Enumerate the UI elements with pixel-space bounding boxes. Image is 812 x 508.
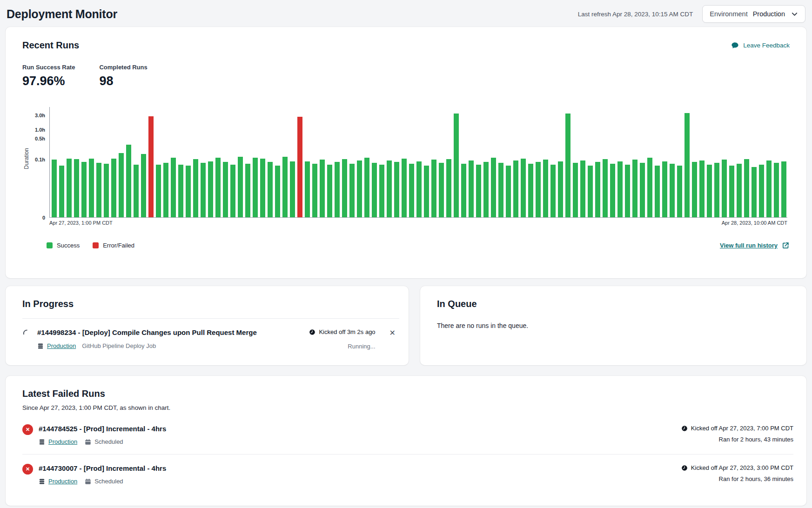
production-link[interactable]: Production	[48, 478, 77, 485]
run-bar[interactable]	[260, 159, 265, 217]
run-bar[interactable]	[528, 164, 533, 217]
run-bar[interactable]	[670, 164, 675, 217]
run-bar[interactable]	[409, 164, 414, 217]
run-bar[interactable]	[312, 164, 317, 217]
view-full-run-history-link[interactable]: View full run history	[720, 241, 790, 249]
run-bar[interactable]	[744, 159, 749, 217]
run-bar[interactable]	[550, 165, 556, 217]
run-bar[interactable]	[498, 163, 503, 217]
run-bar[interactable]	[714, 163, 719, 217]
run-bar[interactable]	[424, 166, 429, 217]
run-bar[interactable]	[610, 164, 615, 217]
run-bar[interactable]	[290, 161, 295, 218]
run-bar[interactable]	[677, 166, 682, 217]
run-bar[interactable]	[178, 165, 183, 217]
run-bar[interactable]	[59, 166, 64, 217]
run-bar[interactable]	[684, 113, 690, 217]
run-bar[interactable]	[320, 160, 325, 217]
run-bar[interactable]	[536, 162, 541, 217]
run-bar[interactable]	[74, 159, 79, 217]
run-bar[interactable]	[268, 162, 273, 217]
run-bar[interactable]	[476, 165, 481, 217]
run-bar[interactable]	[573, 163, 578, 217]
run-bar[interactable]	[335, 162, 340, 217]
run-bar[interactable]	[126, 145, 131, 217]
close-icon[interactable]: ✕	[389, 328, 396, 337]
run-bar[interactable]	[163, 163, 168, 217]
run-bar[interactable]	[722, 160, 727, 217]
run-bar[interactable]	[96, 163, 101, 217]
run-bar[interactable]	[238, 157, 243, 217]
run-bar[interactable]	[282, 157, 288, 217]
run-bar[interactable]	[357, 160, 362, 217]
run-bar[interactable]	[349, 164, 355, 217]
run-bar[interactable]	[431, 160, 436, 217]
run-bar[interactable]	[171, 158, 176, 217]
run-bar[interactable]	[230, 165, 235, 217]
run-bar[interactable]	[774, 163, 779, 217]
run-bar[interactable]	[521, 159, 526, 217]
run-bar[interactable]	[513, 160, 518, 217]
run-bar[interactable]	[275, 166, 280, 217]
run-bar[interactable]	[766, 160, 772, 217]
run-bar[interactable]	[729, 166, 734, 217]
run-bar[interactable]	[305, 161, 310, 218]
run-bar[interactable]	[342, 159, 347, 217]
run-bar[interactable]	[707, 165, 712, 217]
run-bar[interactable]	[186, 166, 191, 217]
run-bar[interactable]	[104, 164, 109, 217]
run-bar[interactable]	[461, 164, 466, 217]
production-link[interactable]: Production	[48, 438, 77, 445]
run-bar[interactable]	[387, 160, 392, 217]
run-bar[interactable]	[148, 116, 154, 217]
run-bar[interactable]	[141, 154, 146, 217]
run-bar[interactable]	[603, 159, 608, 217]
run-bar[interactable]	[580, 160, 585, 217]
run-bar[interactable]	[595, 162, 600, 217]
run-bar[interactable]	[625, 165, 630, 217]
run-bar[interactable]	[469, 160, 474, 217]
run-bar[interactable]	[297, 117, 302, 217]
run-bar[interactable]	[134, 165, 139, 217]
run-bar[interactable]	[662, 161, 667, 218]
run-bar[interactable]	[364, 158, 369, 217]
run-bar[interactable]	[327, 165, 332, 217]
run-bar[interactable]	[253, 158, 258, 217]
run-bar[interactable]	[439, 163, 444, 217]
run-bar[interactable]	[446, 159, 451, 217]
run-bar[interactable]	[506, 166, 511, 217]
run-bar[interactable]	[699, 160, 705, 217]
run-bar[interactable]	[119, 153, 124, 217]
production-link[interactable]: Production	[47, 342, 76, 349]
run-bar[interactable]	[588, 166, 593, 217]
environment-select[interactable]: Environment Production	[702, 5, 805, 23]
run-bar[interactable]	[208, 161, 213, 218]
run-bar[interactable]	[640, 163, 645, 217]
run-bar[interactable]	[752, 167, 757, 217]
run-bar[interactable]	[245, 164, 250, 217]
run-bar[interactable]	[156, 165, 161, 217]
run-bar[interactable]	[223, 162, 228, 217]
run-bar[interactable]	[781, 161, 786, 218]
run-bar[interactable]	[491, 158, 496, 217]
run-bar[interactable]	[454, 114, 459, 218]
run-bar[interactable]	[215, 158, 221, 217]
run-bar[interactable]	[617, 161, 623, 218]
run-bar[interactable]	[379, 165, 384, 217]
run-bar[interactable]	[89, 159, 94, 217]
run-bar[interactable]	[111, 159, 116, 217]
run-bar[interactable]	[647, 158, 652, 217]
run-bar[interactable]	[394, 162, 399, 217]
run-bar[interactable]	[416, 161, 422, 218]
run-bar[interactable]	[193, 159, 198, 217]
run-bar[interactable]	[632, 160, 638, 217]
run-bar[interactable]	[737, 164, 742, 217]
run-bar[interactable]	[201, 163, 206, 217]
run-bar[interactable]	[402, 159, 407, 217]
run-bar[interactable]	[558, 161, 563, 218]
run-bar[interactable]	[372, 163, 377, 217]
run-bar[interactable]	[81, 162, 87, 217]
run-bar[interactable]	[692, 162, 697, 217]
run-bar[interactable]	[759, 165, 764, 217]
run-bar[interactable]	[483, 162, 489, 217]
